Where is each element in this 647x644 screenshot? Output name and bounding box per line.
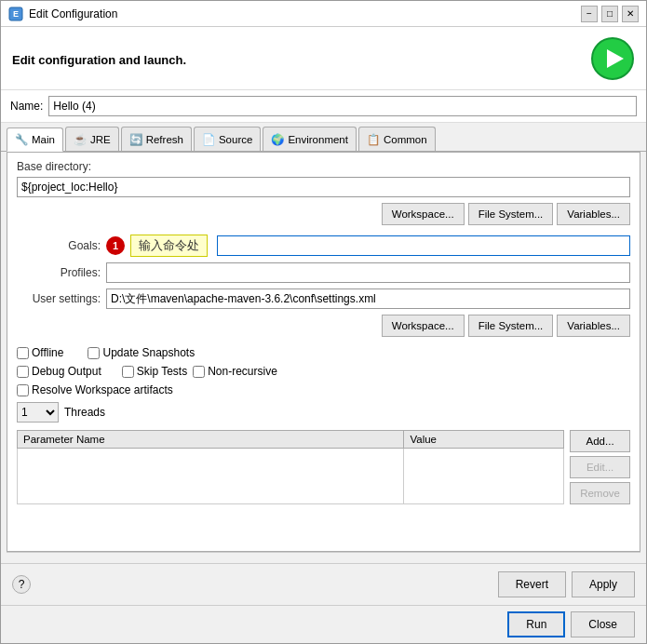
filesystem-button-1[interactable]: File System... <box>468 203 554 225</box>
tab-main-label: Main <box>32 134 55 145</box>
skip-tests-label: Skip Tests <box>137 365 187 378</box>
close-button[interactable]: Close <box>571 611 635 637</box>
footer: ? Revert Apply <box>1 563 646 605</box>
profiles-input[interactable] <box>106 262 630 283</box>
revert-button[interactable]: Revert <box>498 571 566 597</box>
header-subtitle: Edit configuration and launch. <box>12 53 186 67</box>
variables-button-2[interactable]: Variables... <box>557 315 630 337</box>
tab-source-icon: 📄 <box>202 133 215 146</box>
tab-env-icon: 🌍 <box>271 133 284 146</box>
parameter-table-wrapper: Parameter Name Value Add... Edit... Remo… <box>17 430 630 510</box>
offline-checkbox-item: Offline <box>17 346 63 359</box>
name-input[interactable] <box>48 96 637 116</box>
offline-label: Offline <box>32 346 63 359</box>
footer-buttons: Revert Apply <box>498 571 635 597</box>
tab-environment[interactable]: 🌍 Environment <box>263 127 357 151</box>
checkbox-group-3: Resolve Workspace artifacts <box>17 383 630 396</box>
goals-row: Goals: 1 输入命令处 <box>17 235 630 257</box>
variables-button-1[interactable]: Variables... <box>557 203 630 225</box>
main-window: E Edit Configuration − □ ✕ Edit configur… <box>0 0 647 644</box>
add-button[interactable]: Add... <box>570 430 630 452</box>
run-button[interactable]: Run <box>507 611 565 637</box>
filesystem-button-2[interactable]: File System... <box>468 315 554 337</box>
goals-badge: 1 <box>106 236 125 255</box>
tab-main-icon: 🔧 <box>15 133 28 146</box>
window-icon: E <box>8 7 23 21</box>
resolve-workspace-checkbox-item: Resolve Workspace artifacts <box>17 383 173 396</box>
window-title: Edit Configuration <box>29 7 575 20</box>
apply-button[interactable]: Apply <box>572 571 635 597</box>
remove-button[interactable]: Remove <box>570 482 630 504</box>
help-icon[interactable]: ? <box>12 575 31 594</box>
debug-output-checkbox[interactable] <box>17 366 29 378</box>
table-btn-col: Add... Edit... Remove <box>570 430 630 504</box>
base-dir-input[interactable] <box>17 177 630 197</box>
profiles-label: Profiles: <box>17 266 101 279</box>
tab-common-icon: 📋 <box>367 133 380 146</box>
threads-select[interactable]: 1 2 4 <box>17 402 59 423</box>
update-snapshots-label: Update Snapshots <box>102 346 195 359</box>
table-cell-name <box>18 449 404 504</box>
profiles-row: Profiles: <box>17 262 630 283</box>
title-bar: E Edit Configuration − □ ✕ <box>1 1 646 27</box>
name-label: Name: <box>10 100 43 113</box>
non-recursive-checkbox[interactable] <box>193 366 205 378</box>
tab-refresh-label: Refresh <box>146 134 183 145</box>
checkbox-group-2: Debug Output Skip Tests Non-recursive <box>17 365 630 378</box>
tab-source[interactable]: 📄 Source <box>194 127 261 151</box>
tab-refresh-icon: 🔄 <box>129 133 142 146</box>
edit-button[interactable]: Edit... <box>570 456 630 478</box>
tab-jre-icon: ☕ <box>74 133 87 146</box>
skip-tests-checkbox[interactable] <box>122 366 134 378</box>
table-cell-value <box>404 449 564 504</box>
update-snapshots-checkbox-item: Update Snapshots <box>88 346 195 359</box>
tab-common[interactable]: 📋 Common <box>358 127 436 151</box>
svg-text:E: E <box>13 9 19 19</box>
tab-environment-label: Environment <box>288 134 348 145</box>
param-col1-header: Parameter Name <box>18 431 404 449</box>
threads-label: Threads <box>64 406 105 419</box>
tab-source-label: Source <box>219 134 252 145</box>
user-settings-label: User settings: <box>17 292 101 305</box>
checkbox-group-1: Offline Update Snapshots <box>17 346 630 359</box>
goals-input[interactable] <box>217 235 630 256</box>
window-controls: − □ ✕ <box>581 6 639 22</box>
workspace-button-2[interactable]: Workspace... <box>382 315 465 337</box>
goals-label: Goals: <box>17 239 101 252</box>
play-icon <box>590 36 635 81</box>
base-dir-label: Base directory: <box>17 160 630 173</box>
minimize-button[interactable]: − <box>581 6 598 22</box>
tab-refresh[interactable]: 🔄 Refresh <box>121 127 192 151</box>
user-settings-btn-row: Workspace... File System... Variables... <box>17 315 630 337</box>
parameter-table: Parameter Name Value <box>17 430 564 504</box>
resolve-workspace-checkbox[interactable] <box>17 384 29 396</box>
non-recursive-checkbox-item: Non-recursive <box>193 365 277 378</box>
skip-tests-checkbox-item: Skip Tests <box>122 365 187 378</box>
tab-main[interactable]: 🔧 Main <box>7 127 63 152</box>
name-row: Name: <box>1 90 646 123</box>
update-snapshots-checkbox[interactable] <box>88 347 100 359</box>
user-settings-input[interactable] <box>106 288 630 309</box>
maximize-button[interactable]: □ <box>601 6 618 22</box>
header-area: Edit configuration and launch. <box>1 27 646 90</box>
non-recursive-label: Non-recursive <box>208 365 277 378</box>
tab-jre[interactable]: ☕ JRE <box>65 127 119 151</box>
content-area: Base directory: Workspace... File System… <box>7 152 640 552</box>
run-close-row: Run Close <box>1 605 646 643</box>
user-settings-row: User settings: <box>17 288 630 309</box>
offline-checkbox[interactable] <box>17 347 29 359</box>
debug-output-label: Debug Output <box>32 365 101 378</box>
close-window-button[interactable]: ✕ <box>622 6 639 22</box>
tab-jre-label: JRE <box>90 134 111 145</box>
tab-common-label: Common <box>384 134 427 145</box>
resolve-workspace-label: Resolve Workspace artifacts <box>32 383 173 396</box>
goals-tooltip: 输入命令处 <box>130 235 208 257</box>
horizontal-scrollbar[interactable] <box>7 552 640 563</box>
debug-output-checkbox-item: Debug Output <box>17 365 101 378</box>
base-dir-btn-row: Workspace... File System... Variables... <box>17 203 630 225</box>
table-row <box>18 449 564 504</box>
param-col2-header: Value <box>404 431 564 449</box>
threads-row: 1 2 4 Threads <box>17 402 630 423</box>
workspace-button-1[interactable]: Workspace... <box>382 203 465 225</box>
tabs-bar: 🔧 Main ☕ JRE 🔄 Refresh 📄 Source 🌍 Enviro… <box>1 123 646 152</box>
